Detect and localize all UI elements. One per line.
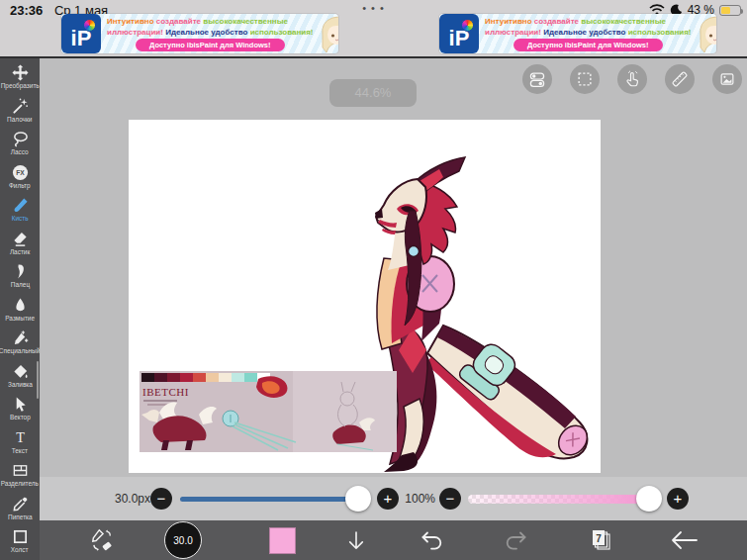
brush-size-minus-button[interactable]: − xyxy=(150,488,172,510)
sidebar-tool-lasso[interactable]: Лассо xyxy=(0,127,40,160)
svg-text:T: T xyxy=(16,429,25,445)
sidebar-tool-special[interactable]: Специальный xyxy=(0,326,40,359)
brush-size-plus-button[interactable]: + xyxy=(377,488,399,510)
opacity-slider-track[interactable] xyxy=(468,495,648,504)
ad-text-line1: Интуитивно создавайте высококачественные xyxy=(107,17,314,26)
brush-icon xyxy=(12,197,29,214)
multitask-dots-icon[interactable]: • • • xyxy=(362,2,385,14)
undo-icon xyxy=(420,529,445,551)
pen-eraser-toggle-button[interactable] xyxy=(87,526,117,554)
sidebar-tool-transform[interactable]: Преобразить xyxy=(0,60,40,94)
water-drop-icon xyxy=(12,297,29,314)
character-drawing xyxy=(375,157,593,472)
sidebar-tool-smudge[interactable]: Палец xyxy=(0,259,40,293)
tool-sidebar: Преобразить Палочки Лассо FX Фильтр Кист… xyxy=(0,58,40,560)
canvas-square-icon xyxy=(12,528,29,545)
hand-gesture-button[interactable] xyxy=(617,64,647,94)
material-image-button[interactable] xyxy=(712,64,742,94)
brush-size-slider-track[interactable] xyxy=(180,497,368,502)
eyedropper-icon xyxy=(12,496,29,513)
pen-eraser-swap-icon xyxy=(89,527,115,553)
toggles-icon xyxy=(526,68,548,90)
anime-girl-image xyxy=(318,14,338,53)
color-wheel-icon xyxy=(83,19,96,32)
sidebar-tool-blur[interactable]: Размытие xyxy=(0,293,40,327)
clock: 23:36 xyxy=(10,3,43,18)
layers-icon: 7 xyxy=(588,527,613,553)
sidebar-tool-vector[interactable]: Вектор xyxy=(0,392,40,425)
current-color-swatch[interactable] xyxy=(269,527,296,554)
layers-button[interactable]: 7 xyxy=(586,527,615,553)
sidebar-tool-canvas[interactable]: Холст xyxy=(0,524,40,558)
tool-label: Ластик xyxy=(10,248,30,254)
back-button[interactable] xyxy=(669,529,700,551)
sidebar-tool-eyedropper[interactable]: Пипетка xyxy=(0,492,40,525)
ad-text-line2: иллюстрации! Идеальное удобство использо… xyxy=(107,28,314,37)
tool-label: Фильтр xyxy=(9,182,31,188)
opacity-plus-button[interactable]: + xyxy=(667,488,689,510)
opacity-minus-button[interactable]: − xyxy=(439,488,461,510)
brush-size-label: 30.0px xyxy=(105,492,150,506)
anime-girl-image xyxy=(696,14,716,53)
cursor-arrow-icon xyxy=(12,396,29,413)
transform-move-icon xyxy=(12,64,29,81)
bottom-toolbar: 30.0 7 xyxy=(40,520,747,560)
frame-divider-icon xyxy=(12,462,29,479)
canvas-artwork: IBETCHI xyxy=(129,120,601,473)
opacity-slider-thumb[interactable] xyxy=(636,486,662,512)
ruler-icon xyxy=(669,68,691,90)
ibispaint-logo: iP xyxy=(439,14,479,53)
tool-label: Палец xyxy=(10,282,29,288)
tool-label: Текст xyxy=(12,447,28,453)
sidebar-tool-frame-divider[interactable]: Разделитель xyxy=(0,458,40,492)
ad-banner[interactable]: iP Интуитивно создавайте высококачествен… xyxy=(439,14,716,53)
paint-bucket-icon xyxy=(12,363,29,380)
zoom-level-toast: 44.6% xyxy=(329,79,417,107)
ad-text-line1: Интуитивно создавайте высококачественные xyxy=(485,17,692,26)
brush-size-slider-thumb[interactable] xyxy=(345,486,371,512)
undo-button[interactable] xyxy=(418,528,447,552)
ad-text-line2: иллюстрации! Идеальное удобство использо… xyxy=(485,28,692,37)
brush-size-value: 30.0 xyxy=(173,535,192,546)
lasso-icon xyxy=(12,131,29,147)
ad-banner[interactable]: iP Интуитивно создавайте высококачествен… xyxy=(61,14,338,53)
svg-text:FX: FX xyxy=(16,169,25,176)
dashed-selection-icon xyxy=(574,68,596,90)
reference-title: IBETCHI xyxy=(142,386,189,398)
selection-button[interactable] xyxy=(570,64,600,94)
quick-settings-button[interactable] xyxy=(522,64,552,94)
tool-label: Специальный xyxy=(0,348,41,354)
sidebar-tool-eraser[interactable]: Ластик xyxy=(0,227,40,260)
ibispaint-logo: iP xyxy=(61,14,101,53)
back-arrow-icon xyxy=(670,530,700,550)
text-t-icon: T xyxy=(12,429,29,446)
workspace: 44.6% xyxy=(40,58,747,477)
image-icon xyxy=(716,68,738,90)
tool-label: Холст xyxy=(11,547,29,553)
slider-bar: 30.0px − + 100% − + xyxy=(40,477,747,520)
fx-filter-icon: FX xyxy=(12,164,29,181)
tool-label: Кисть xyxy=(12,216,29,222)
brush-size-preview[interactable]: 30.0 xyxy=(164,521,202,559)
sidebar-tool-text[interactable]: T Текст xyxy=(0,425,40,459)
eraser-icon xyxy=(12,231,29,247)
redo-button[interactable] xyxy=(501,528,530,552)
layers-count: 7 xyxy=(596,533,602,544)
color-wheel-icon xyxy=(461,19,474,32)
ad-download-button[interactable]: Доступно ibisPaint для Windows! xyxy=(514,39,663,51)
sidebar-tool-brush[interactable]: Кисть xyxy=(0,193,40,227)
drawing-canvas[interactable]: IBETCHI xyxy=(129,120,601,473)
sidebar-tool-fill[interactable]: Заливка xyxy=(0,359,40,393)
reference-palette-strip xyxy=(141,373,270,382)
layer-down-button[interactable] xyxy=(342,528,370,554)
ruler-button[interactable] xyxy=(665,64,695,94)
tool-label: Вектор xyxy=(10,415,31,420)
ad-download-button[interactable]: Доступно ibisPaint для Windows! xyxy=(136,39,285,51)
sidebar-scrollbar[interactable] xyxy=(37,361,39,399)
sidebar-tool-wand[interactable]: Палочки xyxy=(0,94,40,128)
down-arrow-icon xyxy=(347,530,365,552)
reference-sheet: IBETCHI xyxy=(140,371,397,452)
battery-icon xyxy=(719,5,741,16)
special-pen-icon xyxy=(12,329,29,346)
sidebar-tool-filter[interactable]: FX Фильтр xyxy=(0,160,40,194)
